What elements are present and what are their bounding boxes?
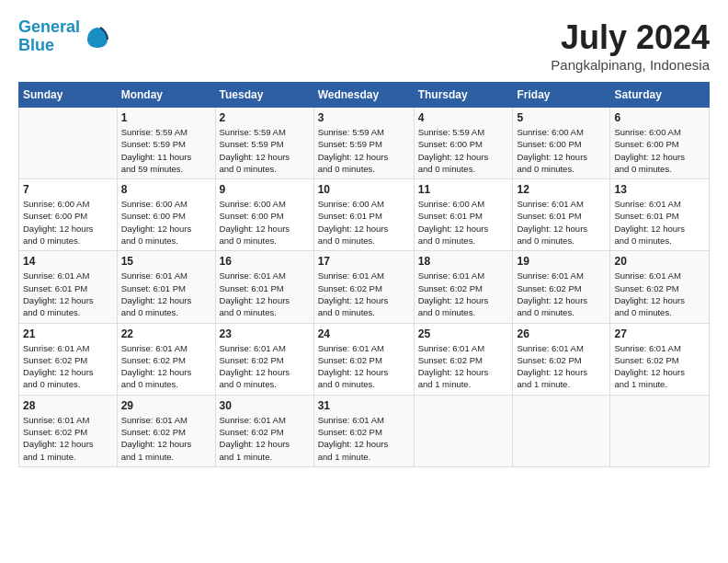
header-day-wednesday: Wednesday — [313, 83, 414, 108]
day-content: Sunrise: 5:59 AMSunset: 5:59 PMDaylight:… — [220, 126, 310, 175]
day-number: 21 — [23, 327, 113, 340]
calendar-cell — [513, 395, 610, 466]
calendar-cell: 23Sunrise: 6:01 AMSunset: 6:02 PMDayligh… — [215, 323, 313, 395]
day-content: Sunrise: 6:01 AMSunset: 6:02 PMDaylight:… — [517, 342, 606, 391]
week-row-3: 14Sunrise: 6:01 AMSunset: 6:01 PMDayligh… — [19, 251, 710, 323]
day-number: 17 — [318, 255, 410, 268]
day-number: 30 — [220, 399, 310, 412]
day-number: 15 — [121, 255, 211, 268]
calendar-cell: 9Sunrise: 6:00 AMSunset: 6:00 PMDaylight… — [215, 179, 313, 251]
day-number: 18 — [418, 255, 509, 268]
calendar-cell: 10Sunrise: 6:00 AMSunset: 6:01 PMDayligh… — [313, 179, 414, 251]
day-content: Sunrise: 6:01 AMSunset: 6:02 PMDaylight:… — [318, 414, 410, 463]
calendar-cell: 7Sunrise: 6:00 AMSunset: 6:00 PMDaylight… — [19, 179, 118, 251]
month-year-title: July 2024 — [551, 18, 710, 57]
logo: GeneralBlue — [18, 18, 111, 55]
calendar-cell: 30Sunrise: 6:01 AMSunset: 6:02 PMDayligh… — [215, 395, 313, 466]
calendar-cell: 21Sunrise: 6:01 AMSunset: 6:02 PMDayligh… — [19, 323, 118, 395]
day-number: 4 — [418, 111, 509, 124]
calendar-table: SundayMondayTuesdayWednesdayThursdayFrid… — [18, 82, 710, 467]
day-number: 1 — [121, 111, 211, 124]
day-content: Sunrise: 6:00 AMSunset: 6:00 PMDaylight:… — [121, 198, 211, 247]
day-number: 27 — [614, 327, 705, 340]
day-content: Sunrise: 6:01 AMSunset: 6:02 PMDaylight:… — [121, 414, 211, 463]
calendar-cell: 8Sunrise: 6:00 AMSunset: 6:00 PMDaylight… — [117, 179, 215, 251]
calendar-cell: 22Sunrise: 6:01 AMSunset: 6:02 PMDayligh… — [117, 323, 215, 395]
day-number: 5 — [517, 111, 606, 124]
day-number: 10 — [318, 183, 410, 196]
day-number: 24 — [318, 327, 410, 340]
day-number: 3 — [318, 111, 410, 124]
day-content: Sunrise: 6:01 AMSunset: 6:01 PMDaylight:… — [517, 198, 606, 247]
page-header: GeneralBlue July 2024 Pangkalpinang, Ind… — [18, 18, 710, 73]
calendar-cell: 26Sunrise: 6:01 AMSunset: 6:02 PMDayligh… — [513, 323, 610, 395]
day-content: Sunrise: 6:00 AMSunset: 6:01 PMDaylight:… — [418, 198, 509, 247]
calendar-cell: 14Sunrise: 6:01 AMSunset: 6:01 PMDayligh… — [19, 251, 118, 323]
day-content: Sunrise: 6:01 AMSunset: 6:02 PMDaylight:… — [220, 342, 310, 391]
calendar-cell: 2Sunrise: 5:59 AMSunset: 5:59 PMDaylight… — [215, 108, 313, 179]
week-row-2: 7Sunrise: 6:00 AMSunset: 6:00 PMDaylight… — [19, 179, 710, 251]
day-number: 31 — [318, 399, 410, 412]
calendar-cell: 19Sunrise: 6:01 AMSunset: 6:02 PMDayligh… — [513, 251, 610, 323]
day-content: Sunrise: 6:00 AMSunset: 6:00 PMDaylight:… — [517, 126, 606, 175]
calendar-cell: 3Sunrise: 5:59 AMSunset: 5:59 PMDaylight… — [313, 108, 414, 179]
day-content: Sunrise: 5:59 AMSunset: 5:59 PMDaylight:… — [121, 126, 211, 175]
logo-icon — [84, 23, 111, 51]
day-number: 25 — [418, 327, 509, 340]
calendar-cell: 4Sunrise: 5:59 AMSunset: 6:00 PMDaylight… — [414, 108, 513, 179]
header-day-sunday: Sunday — [19, 83, 118, 108]
calendar-cell: 20Sunrise: 6:01 AMSunset: 6:02 PMDayligh… — [610, 251, 710, 323]
week-row-5: 28Sunrise: 6:01 AMSunset: 6:02 PMDayligh… — [19, 395, 710, 466]
day-content: Sunrise: 6:01 AMSunset: 6:02 PMDaylight:… — [23, 414, 113, 463]
day-number: 20 — [614, 255, 705, 268]
calendar-cell: 1Sunrise: 5:59 AMSunset: 5:59 PMDaylight… — [117, 108, 215, 179]
day-number: 8 — [121, 183, 211, 196]
header-row: SundayMondayTuesdayWednesdayThursdayFrid… — [19, 83, 710, 108]
calendar-cell: 5Sunrise: 6:00 AMSunset: 6:00 PMDaylight… — [513, 108, 610, 179]
day-number: 29 — [121, 399, 211, 412]
calendar-cell — [414, 395, 513, 466]
calendar-cell: 15Sunrise: 6:01 AMSunset: 6:01 PMDayligh… — [117, 251, 215, 323]
week-row-4: 21Sunrise: 6:01 AMSunset: 6:02 PMDayligh… — [19, 323, 710, 395]
day-content: Sunrise: 6:01 AMSunset: 6:02 PMDaylight:… — [318, 342, 410, 391]
calendar-cell — [610, 395, 710, 466]
calendar-cell: 24Sunrise: 6:01 AMSunset: 6:02 PMDayligh… — [313, 323, 414, 395]
day-number: 19 — [517, 255, 606, 268]
logo-text: GeneralBlue — [18, 18, 80, 55]
location-subtitle: Pangkalpinang, Indonesia — [551, 57, 710, 73]
day-number: 9 — [220, 183, 310, 196]
header-day-monday: Monday — [117, 83, 215, 108]
calendar-cell — [19, 108, 118, 179]
day-content: Sunrise: 6:01 AMSunset: 6:02 PMDaylight:… — [220, 414, 310, 463]
calendar-cell: 27Sunrise: 6:01 AMSunset: 6:02 PMDayligh… — [610, 323, 710, 395]
day-number: 13 — [614, 183, 705, 196]
calendar-cell: 17Sunrise: 6:01 AMSunset: 6:02 PMDayligh… — [313, 251, 414, 323]
calendar-cell: 16Sunrise: 6:01 AMSunset: 6:01 PMDayligh… — [215, 251, 313, 323]
day-content: Sunrise: 6:00 AMSunset: 6:00 PMDaylight:… — [220, 198, 310, 247]
day-number: 22 — [121, 327, 211, 340]
day-content: Sunrise: 6:01 AMSunset: 6:02 PMDaylight:… — [23, 342, 113, 391]
day-number: 26 — [517, 327, 606, 340]
calendar-cell: 31Sunrise: 6:01 AMSunset: 6:02 PMDayligh… — [313, 395, 414, 466]
calendar-body: 1Sunrise: 5:59 AMSunset: 5:59 PMDaylight… — [19, 108, 710, 467]
day-content: Sunrise: 6:01 AMSunset: 6:02 PMDaylight:… — [614, 270, 705, 318]
calendar-cell: 13Sunrise: 6:01 AMSunset: 6:01 PMDayligh… — [610, 179, 710, 251]
calendar-header: SundayMondayTuesdayWednesdayThursdayFrid… — [19, 83, 710, 108]
calendar-cell: 18Sunrise: 6:01 AMSunset: 6:02 PMDayligh… — [414, 251, 513, 323]
day-number: 28 — [23, 399, 113, 412]
day-content: Sunrise: 5:59 AMSunset: 5:59 PMDaylight:… — [318, 126, 410, 175]
calendar-cell: 28Sunrise: 6:01 AMSunset: 6:02 PMDayligh… — [19, 395, 118, 466]
day-content: Sunrise: 6:01 AMSunset: 6:01 PMDaylight:… — [614, 198, 705, 247]
week-row-1: 1Sunrise: 5:59 AMSunset: 5:59 PMDaylight… — [19, 108, 710, 179]
day-content: Sunrise: 6:01 AMSunset: 6:01 PMDaylight:… — [220, 270, 310, 318]
calendar-cell: 6Sunrise: 6:00 AMSunset: 6:00 PMDaylight… — [610, 108, 710, 179]
day-content: Sunrise: 6:01 AMSunset: 6:02 PMDaylight:… — [418, 270, 509, 318]
header-day-tuesday: Tuesday — [215, 83, 313, 108]
day-number: 16 — [220, 255, 310, 268]
day-content: Sunrise: 6:00 AMSunset: 6:00 PMDaylight:… — [23, 198, 113, 247]
day-content: Sunrise: 6:01 AMSunset: 6:01 PMDaylight:… — [23, 270, 113, 318]
calendar-cell: 29Sunrise: 6:01 AMSunset: 6:02 PMDayligh… — [117, 395, 215, 466]
day-content: Sunrise: 6:01 AMSunset: 6:02 PMDaylight:… — [614, 342, 705, 391]
day-content: Sunrise: 6:00 AMSunset: 6:00 PMDaylight:… — [614, 126, 705, 175]
day-content: Sunrise: 6:01 AMSunset: 6:02 PMDaylight:… — [418, 342, 509, 391]
